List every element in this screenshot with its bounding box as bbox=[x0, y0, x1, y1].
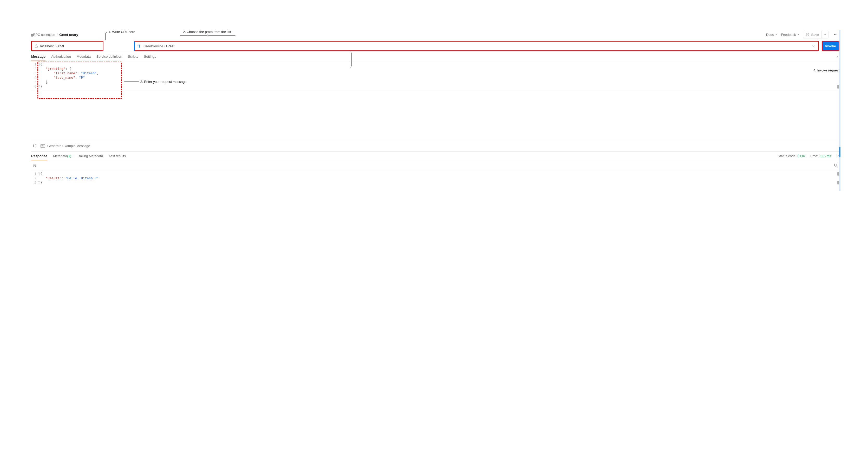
response-scroll-marker-1 bbox=[837, 172, 839, 176]
request-tab-metadata[interactable]: Metadata bbox=[77, 52, 91, 61]
url-input[interactable]: localhost:50059 bbox=[31, 41, 103, 51]
request-tabs: MessageAuthorizationMetadataService defi… bbox=[31, 52, 839, 61]
response-gutter: 123 bbox=[31, 172, 38, 185]
request-gutter: 123456 bbox=[31, 62, 38, 89]
editor-spacer bbox=[31, 90, 839, 140]
chevron-down-icon bbox=[836, 154, 839, 157]
request-tab-authorization[interactable]: Authorization bbox=[51, 52, 71, 61]
save-button[interactable]: Save bbox=[803, 31, 822, 38]
braces-icon bbox=[33, 144, 37, 148]
status-code-value: 0 OK bbox=[797, 154, 805, 158]
time-label: Time: bbox=[810, 154, 818, 158]
chevron-down-icon bbox=[824, 33, 827, 36]
collapse-section-button[interactable] bbox=[836, 55, 839, 58]
response-scroll-marker-2 bbox=[837, 181, 839, 184]
annotation-method: 2. Choose the proto from the list bbox=[183, 30, 231, 34]
response-tab-trailing-metadata[interactable]: Trailing Metadata bbox=[77, 152, 103, 160]
request-tab-message[interactable]: Message bbox=[31, 52, 45, 61]
save-button-group: Save bbox=[803, 31, 829, 38]
docs-link[interactable]: Docs bbox=[766, 33, 778, 37]
wrap-lines-button[interactable] bbox=[33, 163, 37, 167]
dots-icon bbox=[834, 32, 838, 37]
top-actions: Docs Feedback Save bbox=[766, 31, 839, 38]
right-scrollbar-thumb[interactable] bbox=[839, 147, 840, 157]
method-separator: / bbox=[164, 44, 165, 48]
chevron-down-icon bbox=[812, 44, 815, 48]
status-label-group: Status code: 0 OK bbox=[778, 154, 805, 158]
breadcrumb-collection[interactable]: gRPC collection bbox=[31, 33, 55, 37]
invoke-button[interactable]: Invoke bbox=[823, 41, 839, 51]
right-scrollbar-accent bbox=[839, 30, 840, 191]
time-label-group: Time: 115 ms bbox=[810, 154, 831, 158]
method-select[interactable]: GreetService / Greet bbox=[134, 41, 818, 51]
response-meta: Status code: 0 OK Time: 115 ms bbox=[778, 154, 839, 158]
svg-point-0 bbox=[834, 34, 835, 35]
response-tab-test-results[interactable]: Test results bbox=[108, 152, 126, 160]
feedback-link-label: Feedback bbox=[781, 33, 796, 37]
response-editor[interactable]: 123 { "Result": "Hello, Hitesh P"} bbox=[31, 170, 839, 191]
save-label: Save bbox=[811, 33, 819, 37]
invoke-button-highlight: Invoke bbox=[822, 41, 839, 51]
request-tab-settings[interactable]: Settings bbox=[144, 52, 156, 61]
method-text: GreetService / Greet bbox=[144, 44, 809, 48]
external-icon bbox=[774, 33, 777, 36]
lock-open-icon bbox=[35, 44, 38, 48]
response-tabs: ResponseMetadata (1)Trailing MetadataTes… bbox=[31, 151, 839, 160]
request-row-gap bbox=[103, 41, 134, 51]
svg-point-1 bbox=[836, 34, 836, 35]
generate-example-label: Generate Example Message bbox=[47, 144, 90, 148]
feedback-link[interactable]: Feedback bbox=[781, 33, 799, 37]
breadcrumb-request: Greet unary bbox=[59, 33, 78, 37]
response-code: { "Result": "Hello, Hitesh P"} bbox=[38, 172, 839, 185]
search-response-button[interactable] bbox=[834, 163, 838, 167]
time-value: 115 ms bbox=[820, 154, 831, 158]
response-tab-response[interactable]: Response bbox=[31, 152, 47, 160]
method-service: GreetService bbox=[144, 44, 163, 48]
generate-example-button[interactable]: Generate Example Message bbox=[40, 144, 90, 148]
svg-point-7 bbox=[835, 164, 837, 166]
annotation-url: 1. Write URL here bbox=[108, 30, 135, 34]
svg-rect-3 bbox=[35, 46, 37, 47]
response-toolbar bbox=[31, 160, 839, 170]
chevron-up-icon bbox=[836, 55, 839, 58]
method-name: Greet bbox=[166, 44, 175, 48]
wrap-icon bbox=[33, 163, 37, 167]
request-tab-scripts[interactable]: Scripts bbox=[128, 52, 138, 61]
keyboard-icon bbox=[40, 144, 45, 148]
svg-point-2 bbox=[837, 34, 837, 35]
editor-scroll-marker bbox=[837, 85, 839, 89]
more-button[interactable] bbox=[832, 31, 839, 38]
transfer-icon bbox=[137, 44, 141, 48]
response-editor-inner: 123 { "Result": "Hello, Hitesh P"} bbox=[31, 171, 839, 185]
save-icon bbox=[806, 33, 809, 36]
request-row: localhost:50059 GreetService / Greet Inv… bbox=[31, 41, 839, 51]
request-code[interactable]: { "greeting": { "first_name": "Hitesh", … bbox=[38, 62, 839, 89]
message-helpers: Generate Example Message bbox=[31, 140, 839, 151]
request-editor-inner: 123456 { "greeting": { "first_name": "Hi… bbox=[31, 61, 839, 89]
status-code-label: Status code: bbox=[778, 154, 797, 158]
request-editor[interactable]: 123456 { "greeting": { "first_name": "Hi… bbox=[31, 61, 839, 90]
external-icon bbox=[797, 33, 799, 36]
response-tab-metadata[interactable]: Metadata (1) bbox=[53, 152, 71, 160]
docs-link-label: Docs bbox=[766, 33, 774, 37]
save-caret-button[interactable] bbox=[822, 31, 828, 38]
search-icon bbox=[834, 163, 838, 167]
app-root: 1. Write URL here 2. Choose the proto fr… bbox=[31, 30, 839, 191]
top-bar: gRPC collection / Greet unary Docs Feedb… bbox=[31, 30, 839, 39]
breadcrumb-separator: / bbox=[57, 33, 58, 37]
breadcrumb: gRPC collection / Greet unary bbox=[31, 33, 78, 37]
beautify-button[interactable] bbox=[33, 144, 37, 148]
svg-line-8 bbox=[837, 166, 837, 167]
response-collapse-button[interactable] bbox=[836, 154, 839, 158]
request-tab-service-definition[interactable]: Service definition bbox=[96, 52, 122, 61]
url-text: localhost:50059 bbox=[40, 44, 64, 48]
